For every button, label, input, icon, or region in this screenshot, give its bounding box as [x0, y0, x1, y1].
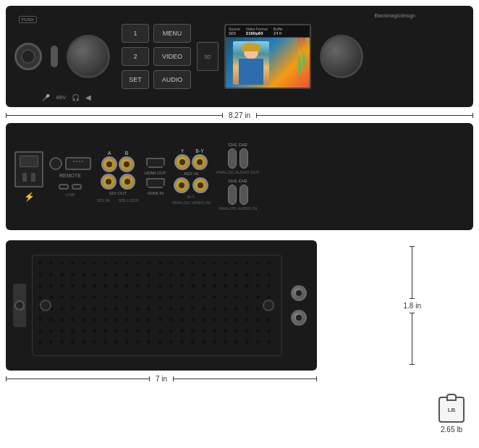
vent-hole [191, 273, 195, 276]
vent-hole [267, 261, 271, 265]
vent-hole [82, 329, 85, 333]
vent-hole [169, 295, 173, 299]
button-1[interactable]: 1 [122, 24, 149, 43]
power-prong-right [31, 173, 35, 182]
vent-hole [60, 329, 64, 333]
vent-hole [169, 318, 173, 321]
vent-hole [267, 273, 271, 276]
vent-hole [136, 261, 140, 265]
vent-hole [191, 340, 195, 344]
vent-hole [82, 340, 85, 344]
vent-hole [158, 261, 162, 265]
meas-label-width-bottom: 7 in [150, 375, 173, 383]
lcd-source-value: SDI [229, 31, 240, 35]
vent-hole [71, 318, 75, 321]
vent-hole [136, 329, 140, 333]
vu-bar-right [302, 38, 305, 67]
vent-hole [125, 329, 129, 333]
vent-hole [71, 273, 75, 276]
button-2[interactable]: 2 [122, 47, 149, 66]
vent-hole [256, 340, 260, 344]
side-left-connector [13, 284, 26, 327]
vu-meters [298, 38, 307, 89]
vent-hole [158, 340, 162, 344]
vent-hole [136, 318, 140, 321]
meas-label-height: 1.8 in [404, 299, 421, 313]
lcd-buffer-value: 24 fr [274, 31, 283, 35]
vent-hole [169, 329, 173, 333]
vent-hole [224, 340, 227, 344]
vent-hole [136, 340, 140, 344]
vent-hole [169, 340, 173, 344]
button-audio[interactable]: AUDIO [153, 70, 191, 89]
vent-hole [114, 329, 118, 333]
vent-hole [180, 340, 184, 344]
bnc-y-top [174, 154, 190, 170]
circle-port [49, 157, 62, 170]
usb-c-port-right [72, 184, 82, 190]
vent-hole [245, 340, 249, 344]
vent-hole [267, 329, 271, 333]
vent-hole [267, 284, 271, 287]
vent-hole [71, 295, 75, 299]
audio-in-ch1-jack [228, 185, 237, 205]
vent-hole [125, 307, 129, 310]
screw-left [40, 300, 51, 311]
vent-hole [103, 318, 107, 321]
vent-hole [60, 340, 64, 344]
audio-out-ch1-label: CH1 [229, 143, 237, 147]
vent-hole [114, 307, 118, 310]
power-inlet [14, 151, 43, 187]
vent-hole [202, 261, 205, 265]
button-menu[interactable]: MENU [153, 24, 191, 43]
button-video[interactable]: VIDEO [153, 47, 191, 66]
meas-line-top-left [6, 115, 223, 116]
vent-hole [136, 295, 140, 299]
vent-hole [136, 307, 140, 310]
vent-hole [213, 329, 216, 333]
vent-hole [82, 295, 85, 299]
vent-hole [114, 295, 118, 299]
vent-hole [213, 295, 216, 299]
vent-hole [49, 273, 53, 276]
vent-hole [125, 273, 129, 276]
vent-hole [38, 261, 42, 265]
vent-hole [245, 329, 249, 333]
bnc-a-top [101, 156, 117, 172]
vent-hole [49, 284, 53, 287]
vent-hole [158, 329, 162, 333]
vent-hole [82, 273, 85, 276]
button-set[interactable]: SET [122, 70, 149, 89]
weight-value: 2.65 lb [441, 426, 462, 434]
vent-hole [125, 295, 129, 299]
audio-out-ch2-label: CH2 [239, 143, 247, 147]
meas-line-bottom-right [173, 379, 317, 379]
push-label: PUSH [19, 16, 37, 23]
vent-hole [245, 284, 249, 287]
vent-hole [49, 340, 53, 344]
page-container: PUSH 1 MENU 2 VIDEO SET AUDIO SD [0, 0, 479, 448]
audio-out-ch1-jack [228, 148, 237, 169]
vent-hole [114, 318, 118, 321]
vent-hole [114, 340, 118, 344]
vent-hole [93, 340, 96, 344]
bnc-b-bottom [119, 174, 135, 190]
sdi-loop-label: SDI LOOP [119, 198, 139, 203]
bnc-by-top [192, 154, 208, 170]
top-view: PUSH 1 MENU 2 VIDEO SET AUDIO SD [6, 6, 473, 107]
vent-hole [234, 261, 238, 265]
vent-hole [224, 261, 227, 265]
hdmi-out-port [146, 158, 165, 168]
vent-hole [147, 273, 151, 276]
back-view: ⚡ REMOTE USB [6, 123, 473, 230]
right-knob[interactable] [320, 35, 363, 78]
vent-hole [71, 340, 75, 344]
vent-hole [82, 318, 85, 321]
vent-hole [93, 261, 96, 265]
measurement-top: 8.27 in [6, 111, 473, 119]
vent-hole [234, 273, 238, 276]
vent-hole [180, 273, 184, 276]
left-knob[interactable] [67, 35, 110, 78]
audio-out-ch2-jack [240, 148, 248, 169]
vent-hole [224, 318, 227, 321]
